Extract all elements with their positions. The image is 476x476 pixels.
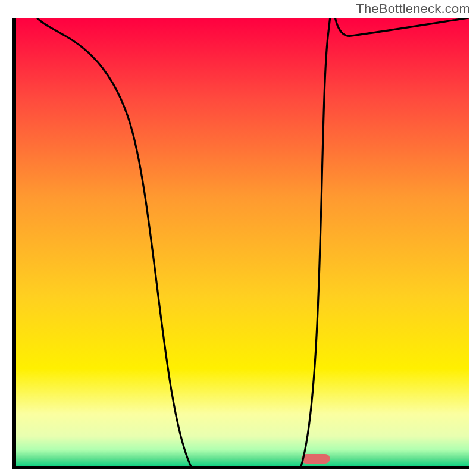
chart-background bbox=[14, 18, 469, 468]
watermark-label: TheBottleneck.com bbox=[356, 1, 470, 17]
marker-pill bbox=[301, 454, 330, 464]
chart-container: TheBottleneck.com bbox=[0, 0, 476, 476]
chart-svg bbox=[0, 0, 476, 476]
